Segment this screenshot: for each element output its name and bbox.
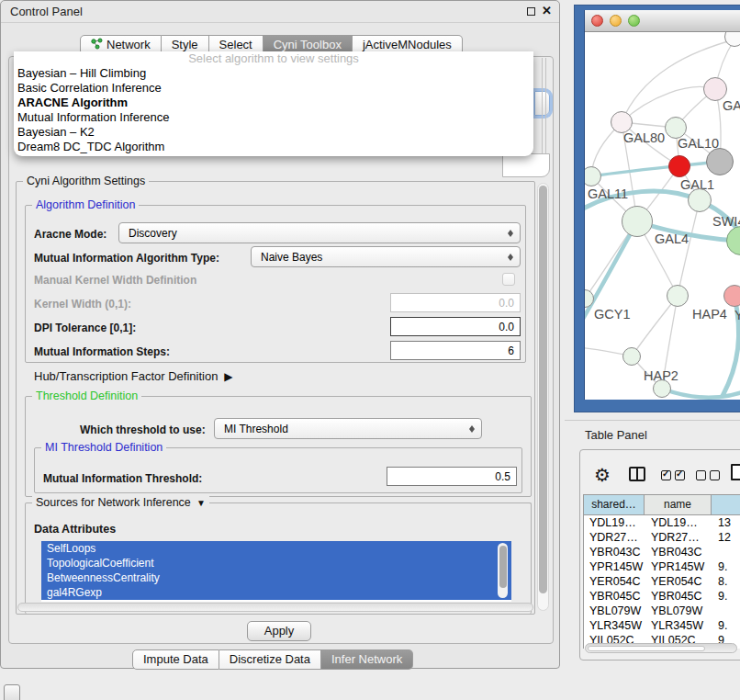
file-icon[interactable] (731, 464, 740, 480)
table-row[interactable]: YBR043CYBR043C (583, 545, 740, 559)
aracne-mode-label: Aracne Mode: (34, 228, 107, 241)
float-window-icon[interactable] (527, 7, 535, 16)
algorithm-option[interactable]: ARACNE Algorithm (14, 96, 533, 110)
table-row[interactable]: YBR045CYBR045C9. (583, 589, 740, 604)
network-canvas[interactable]: GALGAL80GAL10GAL1GAL11SWI4GAL4GCY1HAP4YH… (585, 32, 740, 400)
which-threshold-combo[interactable]: MI Threshold (214, 418, 482, 439)
minimize-traffic-light-icon[interactable] (610, 15, 622, 27)
panel-title: Control Panel (10, 5, 83, 18)
gear-icon[interactable]: ⚙ (594, 464, 611, 486)
table-cell: YER054C (583, 574, 645, 589)
unchecked-column-icon[interactable] (696, 470, 706, 480)
node-label-hap4: HAP4 (692, 307, 727, 322)
settings-vertical-scrollbar[interactable] (537, 183, 549, 611)
mi-type-label: Mutual Information Algorithm Type: (34, 252, 219, 265)
tab-discretize-data[interactable]: Discretize Data (219, 649, 321, 670)
algorithm-option[interactable]: Basic Correlation Inference (14, 81, 533, 96)
attribute-item[interactable]: BetweennessCentrality (41, 570, 511, 585)
table-row[interactable]: YDL19…YDL19…13 (583, 515, 740, 530)
mi-steps-field[interactable]: 6 (390, 341, 521, 360)
table-cell: 9. (712, 618, 740, 633)
network-node[interactable] (653, 379, 671, 398)
algorithm-option[interactable]: Dream8 DC_TDC Algorithm (14, 140, 533, 154)
network-node[interactable] (706, 148, 734, 175)
settings-group-title: Cyni Algorithm Settings (23, 175, 149, 187)
network-node-gal1[interactable] (668, 155, 690, 177)
network-node-hap4[interactable] (667, 285, 689, 307)
table-cell: 8. (712, 574, 740, 589)
manual-kernel-checkbox[interactable] (502, 273, 515, 286)
combo-arrows-icon (508, 251, 514, 264)
network-node-gal4[interactable] (622, 206, 653, 237)
kernel-width-label: Kernel Width (0,1): (34, 298, 131, 310)
algorithm-definition-title: Algorithm Definition (32, 198, 139, 211)
network-node-swi4[interactable] (688, 188, 712, 212)
expand-right-icon[interactable]: ▶ (221, 370, 233, 383)
zoom-traffic-light-icon[interactable] (628, 15, 640, 27)
node-label-gcy1: GCY1 (594, 307, 631, 322)
column-header-name[interactable]: name (645, 494, 712, 515)
tab-label: Cyni Toolbox (274, 38, 342, 51)
collapse-down-icon[interactable]: ▼ (194, 498, 206, 508)
dropdown-placeholder: Select algorithm to view settings (14, 51, 533, 66)
network-view-frame: GALGAL80GAL10GAL1GAL11SWI4GAL4GCY1HAP4YH… (574, 5, 740, 412)
divider (565, 420, 740, 421)
unchecked-column-icon[interactable] (710, 470, 720, 480)
close-traffic-light-icon[interactable] (591, 15, 603, 27)
table-row[interactable]: YPR145WYPR145W9. (583, 559, 740, 574)
table-cell: YPR145W (583, 559, 645, 574)
columns-icon[interactable] (629, 467, 645, 481)
settings-horizontal-scrollbar[interactable] (17, 603, 533, 612)
mi-threshold-field[interactable]: 0.5 (387, 467, 517, 486)
kernel-width-field[interactable]: 0.0 (390, 293, 521, 312)
table-cell: YBR043C (645, 545, 712, 559)
tab-impute-data[interactable]: Impute Data (132, 649, 219, 670)
table-cell (712, 604, 740, 618)
table-cell: YDR27… (645, 530, 712, 545)
network-node-hap2[interactable] (622, 347, 641, 366)
combo-arrows-icon (469, 423, 476, 435)
algorithm-option[interactable]: Bayesian – K2 (14, 125, 533, 140)
table-panel-title: Table Panel (585, 428, 647, 442)
table-cell: YBR045C (645, 589, 712, 604)
algorithm-option[interactable]: Bayesian – Hill Climbing (14, 66, 533, 81)
hub-section-label[interactable]: Hub/Transcription Factor Definition ▶ (34, 369, 233, 383)
table-row[interactable]: YER054CYER054C8. (583, 574, 740, 589)
network-window-titlebar[interactable] (585, 10, 740, 32)
close-icon[interactable]: ✕ (542, 4, 552, 17)
network-node-y[interactable] (723, 285, 740, 307)
which-threshold-label: Which threshold to use: (80, 423, 206, 436)
table-cell: 12 (712, 530, 740, 545)
data-attributes-list[interactable]: SelfLoopsTopologicalCoefficientBetweenne… (41, 541, 511, 602)
table-horizontal-scrollbar[interactable] (585, 643, 737, 653)
checked-column-icon[interactable] (675, 470, 685, 480)
sources-title-text: Sources for Network Inference (36, 496, 191, 509)
mi-type-combo[interactable]: Naive Bayes (251, 246, 521, 267)
tab-label: Infer Network (331, 652, 402, 666)
table-row[interactable]: YDR27…YDR27…12 (583, 530, 740, 545)
collapsed-panel-button[interactable] (4, 684, 20, 700)
checked-column-icon[interactable] (661, 470, 671, 480)
node-label-gal4: GAL4 (655, 231, 689, 246)
column-header-shared[interactable]: shared… (583, 494, 645, 515)
attribute-item[interactable]: TopologicalCoefficient (41, 556, 511, 570)
tab-infer-network[interactable]: Infer Network (321, 649, 413, 670)
tab-label: Select (219, 38, 252, 51)
table-cell: 13 (712, 515, 740, 530)
apply-button[interactable]: Apply (247, 621, 311, 641)
attribute-item[interactable]: gal4RGexp (41, 585, 511, 600)
column-header[interactable] (712, 494, 740, 515)
dpi-tolerance-field[interactable]: 0.0 (390, 317, 521, 336)
table-cell: YBL079W (583, 604, 645, 618)
mi-type-value: Naive Bayes (261, 251, 322, 264)
attribute-item[interactable]: SelfLoops (41, 541, 511, 556)
tab-label: Style (172, 38, 198, 51)
table-row[interactable]: YLR345WYLR345W9. (583, 618, 740, 633)
algorithm-option[interactable]: Mutual Information Inference (14, 110, 533, 125)
table-cell: YBR043C (583, 545, 645, 559)
table-rows[interactable]: YDL19…YDL19…13YDR27…YDR27…12YBR043CYBR04… (583, 515, 740, 649)
aracne-mode-combo[interactable]: Discovery (118, 222, 521, 243)
table-row[interactable]: YBL079WYBL079W (583, 604, 740, 618)
attribute-list-scrollbar[interactable] (498, 543, 508, 598)
control-panel-window: Control Panel ✕ NetworkStyleSelectCyni T… (0, 0, 560, 669)
